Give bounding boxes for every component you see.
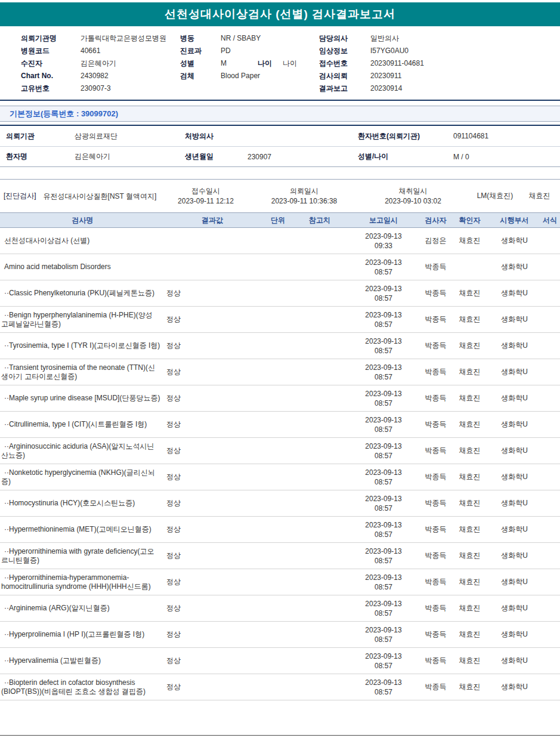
collect-value: 2023-09-10 03:02 <box>355 196 471 206</box>
column-header-reference: 참고치 <box>293 215 346 226</box>
field-value: I57YG0AU0 <box>370 46 409 56</box>
test-name: ··Hyperprolinemia I (HP I)(고프롤린혈증 I형) <box>0 628 162 641</box>
result-value: 정상 <box>162 393 262 403</box>
field-value: 20230911-04681 <box>370 58 424 69</box>
reported-cell: 2023-09-13 08:57 <box>346 678 421 697</box>
result-value: 정상 <box>162 551 262 561</box>
test-name: ··Hyperornithinemia-hyperammonemia-homoc… <box>0 571 162 594</box>
report-header-info: 의뢰기관명가톨릭대학교은평성모병원 병원코드40661 수진자김은혜아기 Cha… <box>0 26 560 101</box>
field-label: 병동 <box>180 33 221 44</box>
tester-name: 박종득 <box>421 419 450 430</box>
field-label: 진료과 <box>180 46 221 56</box>
tester-name: 박종득 <box>421 262 450 272</box>
reported-cell: 2023-09-13 08:57 <box>346 652 421 671</box>
test-name: ··Benign hyperphenylalaninemia (H-PHE)(양… <box>0 308 162 331</box>
header-field: 임상정보I57YG0AU0 <box>319 46 539 56</box>
result-row: ··Citrullinemia, type I (CIT)(시트룰린혈증 I형)… <box>0 412 560 438</box>
reported-datetime: 2023-09-13 08:57 <box>361 310 406 329</box>
reported-cell: 2023-09-13 08:57 <box>346 468 421 487</box>
tester-name: 박종득 <box>421 656 450 666</box>
column-header-tester: 검사자 <box>421 215 450 226</box>
test-name: ··Transient tyrosinemia of the neonate (… <box>0 361 162 384</box>
result-row: ··Hyperprolinemia I (HP I)(고프롤린혈증 I형) 정상… <box>0 622 560 648</box>
tester-name: 박종득 <box>421 393 450 403</box>
results-body: 선천성대사이상검사 (선별) 2023-09-13 09:33 김정은 채효진 … <box>0 228 560 700</box>
result-row: ··Classic Phenylketonuria (PKU)(페닐케톤뇨증) … <box>0 280 560 307</box>
header-field: 병동NR / SBABY <box>180 33 319 44</box>
confirmer-name: 채효진 <box>450 577 489 587</box>
tester-name: 박종득 <box>421 551 450 561</box>
department-name: 생화학U <box>489 656 540 666</box>
department-name: 생화학U <box>489 288 540 298</box>
test-name: ··Classic Phenylketonuria (PKU)(페닐케톤뇨증) <box>0 286 162 300</box>
field-label: 접수번호 <box>319 58 370 69</box>
tester-name: 박종득 <box>421 524 450 535</box>
confirmer-name: 채효진 <box>450 236 489 246</box>
collect-label: 채취일시 <box>355 186 471 196</box>
tester-name: 박종득 <box>421 288 450 298</box>
test-name: Amino acid metabolism Disorders <box>0 260 162 274</box>
confirmer-name: 채효진 <box>450 498 489 508</box>
result-row: ··Biopterin defect in cofactor biosynthe… <box>0 674 560 700</box>
field-value: 40661 <box>81 46 100 56</box>
result-row: ··Tyrosinemia, type I (TYR I)(고타이로신혈증 I형… <box>0 333 560 359</box>
confirmer-name: 채효진 <box>450 419 489 430</box>
result-value: 정상 <box>162 498 262 508</box>
header-field: 의뢰기관명가톨릭대학교은평성모병원 <box>21 33 180 44</box>
reported-datetime: 2023-09-13 08:57 <box>361 415 406 434</box>
field-label: 생년월일 <box>185 152 247 162</box>
test-name: ··Hypermethioninemia (MET)(고메티오닌혈증) <box>0 523 162 536</box>
department-name: 생화학U <box>489 393 540 403</box>
column-header-test-name: 검사명 <box>0 214 162 227</box>
field-value: NR / SBABY <box>221 33 261 44</box>
tester-name: 박종득 <box>421 603 450 613</box>
tester-name: 박종득 <box>421 472 450 482</box>
request-datetime: 의뢰일시 2023-09-11 10:36:38 <box>253 186 355 206</box>
field-label: 환자번호(의뢰기관) <box>358 131 453 141</box>
result-row: ··Hyperornithinemia with gyrate deficien… <box>0 543 560 569</box>
tester-name: 박종득 <box>421 341 450 351</box>
result-value: 정상 <box>162 629 262 640</box>
test-name: ··Hyperornithinemia with gyrate deficien… <box>0 545 162 567</box>
header-field: 검사의뢰20230911 <box>319 71 539 81</box>
confirmer-name: 채효진 <box>450 288 489 298</box>
reported-cell: 2023-09-13 08:57 <box>346 573 421 592</box>
result-row: Amino acid metabolism Disorders 2023-09-… <box>0 254 560 280</box>
reported-datetime: 2023-09-13 08:57 <box>361 573 406 592</box>
order-tag: [진단검사] <box>0 191 42 201</box>
reported-datetime: 2023-09-13 08:57 <box>361 363 406 382</box>
result-value: 정상 <box>162 341 262 351</box>
field-value: 20230911 <box>370 71 402 81</box>
result-row: ··Nonketotic hyperglycinemia (NKHG)(글리신뇌… <box>0 464 560 490</box>
test-name: ··Argininosuccinic aciduria (ASA)(알지노석시닌… <box>0 440 162 462</box>
reported-cell: 2023-09-13 08:57 <box>346 599 421 618</box>
header-field: 병원코드40661 <box>21 46 180 56</box>
header-field-gender-age: 성별M나이나이 <box>180 58 319 69</box>
request-value: 2023-09-11 10:36:38 <box>253 196 355 206</box>
reported-cell: 2023-09-13 08:57 <box>346 441 421 461</box>
reported-cell: 2023-09-13 08:57 <box>346 520 421 539</box>
department-name: 생화학U <box>489 341 540 351</box>
result-value: 정상 <box>162 577 262 587</box>
field-label: 결과보고 <box>319 84 370 94</box>
receipt-datetime: 접수일시 2023-09-11 12:12 <box>158 186 253 206</box>
confirmer-name: 채효진 <box>450 367 489 377</box>
confirmer-name: 채효진 <box>450 524 489 535</box>
field-value: 091104681 <box>453 132 560 140</box>
confirmer-name: 채효진 <box>450 393 489 403</box>
result-row: ··Argininemia (ARG)(알지닌혈증) 정상 2023-09-13… <box>0 595 560 622</box>
test-name: ··Tyrosinemia, type I (TYR I)(고타이로신혈증 I형… <box>0 339 162 353</box>
patient-info-row: 환자명 김은혜아기 생년월일 230907 성별/나이 M / 0 <box>0 146 560 166</box>
confirmer-name: 채효진 <box>450 629 489 640</box>
field-value: 삼광의료재단 <box>75 131 185 141</box>
department-name: 생화학U <box>489 551 540 561</box>
result-value: 정상 <box>162 367 262 377</box>
confirmer-name: 채효진 <box>450 603 489 613</box>
department-name: 생화학U <box>489 419 540 430</box>
patient-info-row: 의뢰기관 삼광의료재단 처방의사 환자번호(의뢰기관) 091104681 <box>0 126 560 146</box>
reported-cell: 2023-09-13 08:57 <box>346 310 421 329</box>
header-field: 결과보고20230914 <box>319 84 539 94</box>
gender-value: M <box>221 58 258 69</box>
basic-info-title: 기본정보(등록번호 : 39099702) <box>10 109 118 119</box>
results-table-header: 검사명 결과값 단위 참고치 보고일시 검사자 확인자 시행부서 서식 <box>0 212 560 228</box>
